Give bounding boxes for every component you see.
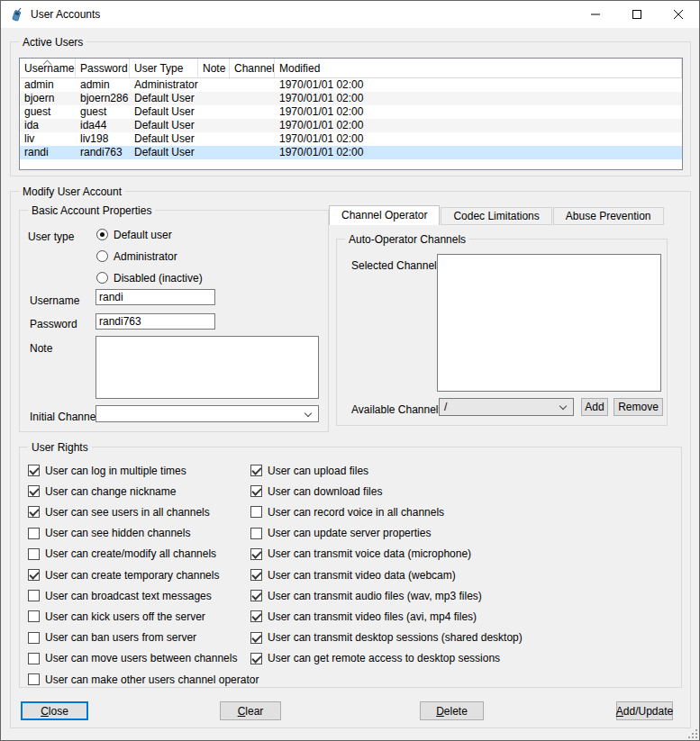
available-channels-combobox[interactable]: /: [439, 398, 574, 416]
column-header-modified[interactable]: Modified: [275, 59, 682, 77]
table-row-ida[interactable]: idaida44Default User1970/01/01 02:00: [20, 119, 682, 132]
checkbox-icon: [250, 506, 262, 518]
table-row-admin[interactable]: adminadminAdministrator1970/01/01 02:00: [20, 78, 682, 92]
radio-icon: [96, 250, 108, 262]
selected-channels-listbox[interactable]: [437, 254, 661, 392]
cell: 1970/01/01 02:00: [275, 132, 682, 146]
cell: randi763: [76, 146, 130, 159]
checkbox-user-can-transmit-desktop-sessions-shared-desktop[interactable]: User can transmit desktop sessions (shar…: [250, 631, 523, 645]
table-row-bjoern[interactable]: bjoernbjoern286Default User1970/01/01 02…: [20, 92, 682, 105]
password-input[interactable]: [95, 313, 215, 330]
checkbox-icon: [28, 632, 40, 644]
checkbox-user-can-see-users-in-all-channels[interactable]: User can see users in all channels: [28, 505, 210, 519]
checkbox-user-can-transmit-video-files-avi-mp4-files[interactable]: User can transmit video files (avi, mp4 …: [250, 610, 477, 623]
checkbox-user-can-download-files[interactable]: User can download files: [250, 484, 382, 498]
checkbox-label: User can see users in all channels: [45, 506, 210, 519]
checkbox-user-can-change-nickname[interactable]: User can change nickname: [28, 484, 176, 498]
tab-codec-limitations[interactable]: Codec Limitations: [441, 207, 551, 225]
checkbox-user-can-move-users-between-channels[interactable]: User can move users between channels: [28, 652, 237, 665]
radio-icon: [96, 272, 108, 284]
checkbox-user-can-record-voice-in-all-channels[interactable]: User can record voice in all channels: [250, 505, 444, 519]
radio-default-user[interactable]: Default user: [96, 228, 172, 241]
cell: Administrator: [130, 78, 198, 92]
cell: [230, 119, 275, 132]
delete-button[interactable]: Delete: [420, 701, 484, 720]
checkbox-user-can-ban-users-from-server[interactable]: User can ban users from server: [28, 631, 196, 645]
checkbox-label: User can record voice in all channels: [268, 506, 444, 519]
checkbox-icon: [28, 610, 40, 622]
checkbox-user-can-log-in-multiple-times[interactable]: User can log in multiple times: [28, 464, 186, 477]
note-textarea[interactable]: [95, 336, 319, 399]
checkbox-icon: [28, 653, 40, 664]
cell: guest: [20, 105, 76, 119]
tab-abuse-prevention[interactable]: Abuse Prevention: [553, 207, 664, 225]
column-header-user-type[interactable]: User Type: [130, 59, 198, 77]
cell: bjoern: [20, 92, 76, 105]
checkbox-user-can-create-modify-all-channels[interactable]: User can create/modify all channels: [28, 547, 216, 561]
cell: 1970/01/01 02:00: [275, 119, 682, 132]
radio-disabled-inactive[interactable]: Disabled (inactive): [96, 271, 203, 285]
cell: admin: [20, 78, 76, 92]
maximize-button[interactable]: [616, 1, 658, 28]
app-icon: [9, 7, 23, 22]
checkbox-label: User can log in multiple times: [45, 465, 186, 477]
cell: [230, 146, 275, 159]
radio-label: Default user: [114, 229, 172, 241]
cell: ida44: [76, 119, 130, 132]
window-controls: [575, 1, 699, 28]
username-label: Username: [30, 294, 79, 307]
column-header-note[interactable]: Note: [198, 59, 230, 77]
resize-grip[interactable]: [688, 729, 698, 739]
checkbox-user-can-upload-files[interactable]: User can upload files: [250, 464, 368, 477]
column-header-username[interactable]: Username: [20, 59, 76, 77]
checkbox-user-can-transmit-voice-data-microphone[interactable]: User can transmit voice data (microphone…: [250, 547, 471, 561]
table-row-guest[interactable]: guestguestDefault User1970/01/01 02:00: [20, 105, 682, 119]
add-button[interactable]: Add: [581, 398, 608, 416]
checkbox-user-can-see-hidden-channels[interactable]: User can see hidden channels: [28, 527, 190, 540]
basic-account-properties-group-label: Basic Account Properties: [28, 204, 155, 217]
add-update-button[interactable]: Add/Update: [616, 701, 673, 720]
tab-channel-operator[interactable]: Channel Operator: [329, 205, 440, 225]
note-label: Note: [30, 342, 52, 355]
remove-button[interactable]: Remove: [614, 398, 663, 416]
minimize-icon: [591, 10, 600, 19]
checkbox-user-can-broadcast-text-messages[interactable]: User can broadcast text messages: [28, 589, 212, 602]
checkbox-label: User can upload files: [268, 465, 368, 477]
close-button[interactable]: Close: [21, 701, 88, 720]
checkbox-user-can-update-server-properties[interactable]: User can update server properties: [250, 527, 431, 540]
dialog-body: Active Users UsernamePasswordUser TypeNo…: [1, 28, 699, 740]
checkbox-user-can-make-other-users-channel-operator[interactable]: User can make other users channel operat…: [28, 673, 259, 686]
checkbox-user-can-transmit-video-data-webcam[interactable]: User can transmit video data (webcam): [250, 568, 456, 582]
user-accounts-window: User Accounts Active Users UsernamePassw…: [0, 0, 700, 741]
checkbox-user-can-kick-users-off-the-server[interactable]: User can kick users off the server: [28, 610, 205, 623]
radio-icon: [96, 229, 108, 240]
clear-button[interactable]: Clear: [220, 701, 281, 720]
checkbox-label: User can update server properties: [268, 527, 431, 539]
chevron-down-icon: [305, 410, 312, 417]
checkbox-icon: [250, 590, 262, 601]
column-header-password[interactable]: Password: [76, 59, 130, 77]
checkbox-label: User can make other users channel operat…: [45, 673, 259, 686]
title-bar[interactable]: User Accounts: [1, 1, 699, 28]
checkbox-user-can-create-temporary-channels[interactable]: User can create temporary channels: [28, 568, 219, 582]
checkbox-user-can-get-remote-access-to-desktop-sessions[interactable]: User can get remote access to desktop se…: [250, 652, 500, 665]
checkbox-user-can-transmit-audio-files-wav-mp3-files[interactable]: User can transmit audio files (wav, mp3 …: [250, 589, 482, 602]
column-header-channel[interactable]: Channel: [230, 59, 275, 77]
checkbox-icon: [250, 632, 262, 644]
user-rights-group-label: User Rights: [28, 441, 92, 454]
minimize-button[interactable]: [575, 1, 616, 28]
checkbox-icon: [28, 548, 40, 560]
checkbox-label: User can transmit desktop sessions (shar…: [268, 631, 523, 644]
cell: Default User: [130, 146, 198, 159]
table-row-liv[interactable]: livliv198Default User1970/01/01 02:00: [20, 132, 682, 146]
window-title: User Accounts: [31, 8, 100, 21]
cell: randi: [20, 146, 76, 159]
table-row-randi[interactable]: randirandi763Default User1970/01/01 02:0…: [20, 146, 682, 159]
cell: 1970/01/01 02:00: [275, 105, 682, 119]
close-window-button[interactable]: [658, 1, 699, 28]
selected-channels-label: Selected Channels: [351, 259, 442, 272]
radio-administrator[interactable]: Administrator: [96, 249, 177, 263]
initial-channel-combobox[interactable]: [95, 405, 319, 422]
cell: 1970/01/01 02:00: [275, 146, 682, 159]
username-input[interactable]: [95, 289, 215, 305]
